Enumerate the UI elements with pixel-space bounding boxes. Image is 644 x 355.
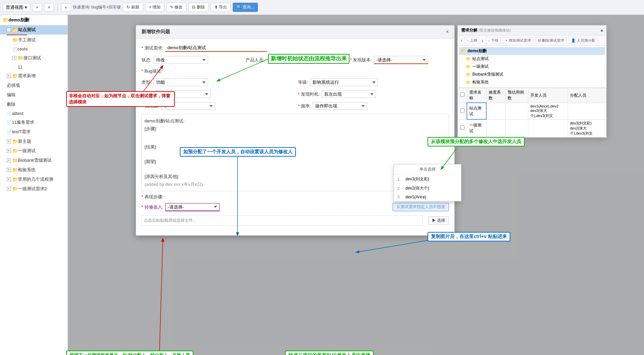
select-all-checkbox[interactable] bbox=[460, 93, 465, 97]
expand-icon[interactable]: + bbox=[7, 187, 11, 191]
delete-button[interactable]: ⊟ 删除 bbox=[188, 3, 208, 12]
edit-button[interactable]: ✎ 修改 bbox=[166, 3, 186, 12]
req-tree-item-demo[interactable]: 📁 demo别删 bbox=[459, 47, 605, 55]
dialog-close-button[interactable]: × bbox=[446, 29, 449, 35]
sidebar-item-common-flow[interactable]: + 📁 常用的几个流程测 bbox=[0, 175, 68, 184]
dev-item-name: dev3(刘文彩) bbox=[405, 176, 429, 182]
frequency-select[interactable]: 操作即出现 bbox=[313, 102, 367, 110]
annotation-select-dev: 从该模块预分配的多个修改人中选开发人员 bbox=[428, 137, 525, 146]
test-req-input[interactable] bbox=[165, 44, 267, 52]
move-up-button[interactable]: ↑ 上移 bbox=[465, 37, 480, 44]
sidebar-item-inspection[interactable]: + 📁 检验系统 bbox=[0, 165, 68, 175]
sidebar-item-level1-test[interactable]: + 📁 一级测试 bbox=[0, 146, 68, 156]
frequency-label: 频率: bbox=[298, 103, 311, 109]
expand-icon[interactable]: + bbox=[7, 139, 11, 143]
close-tab-button[interactable]: × bbox=[44, 3, 54, 12]
search-button[interactable]: 🔍 查询... bbox=[233, 3, 258, 12]
expand-icon[interactable]: + bbox=[12, 56, 16, 60]
dev-select-item-3[interactable]: 3 dev1(Arice) bbox=[394, 193, 461, 201]
expand-icon[interactable]: + bbox=[7, 149, 11, 153]
found-time-select[interactable]: 首次出现 bbox=[322, 90, 376, 98]
form-row-assign: * 转修改人: -请选择- 从测试需求指定人员中指派 bbox=[141, 203, 449, 211]
level-select[interactable]: 影响系统运行 bbox=[310, 78, 378, 86]
sidebar-item-biobank[interactable]: + 📁 Biobank雪烟测试 bbox=[0, 156, 68, 165]
move-down-button[interactable]: ↓ 下移 bbox=[486, 37, 501, 44]
dev-select-item-1[interactable]: 1 dev3(刘文彩) bbox=[394, 175, 461, 184]
test-req-field: * 测试需求: bbox=[141, 44, 449, 52]
req-row1-estimate bbox=[506, 103, 528, 119]
status-label: 状态: bbox=[141, 57, 152, 63]
dev-select-item-2[interactable]: 2 dev2(张大个) bbox=[394, 184, 461, 193]
main-layout: 📁 demo别删 - 📁 站点测试 📁 手工测试 📄 ceshi + 📁 接口测… bbox=[0, 15, 644, 355]
collapse-button[interactable]: « bbox=[61, 3, 71, 12]
assign-person-button[interactable]: 👤 人员预分配 bbox=[569, 37, 598, 44]
dev-item-num: 1 bbox=[397, 177, 403, 182]
folder-icon: 📁 bbox=[466, 72, 471, 77]
req-table-row-2[interactable]: 一级测试 dev3(刘文彩) dev2(张大个),dev3(刘文 bbox=[458, 119, 606, 137]
sidebar-item-new-theme[interactable]: + 📁 新主题 bbox=[0, 137, 68, 146]
type-select[interactable]: 功能 bbox=[154, 78, 208, 86]
export-button[interactable]: ⬆ 导出 bbox=[211, 3, 231, 12]
add-button[interactable]: + 增加 bbox=[145, 3, 164, 12]
req-panel-collapse[interactable]: « bbox=[601, 28, 603, 33]
frequency-field: 频率: 操作即出现 bbox=[298, 102, 449, 110]
add-tab-button[interactable]: + bbox=[32, 3, 42, 12]
expand-icon[interactable]: + bbox=[7, 168, 11, 172]
steps-content[interactable] bbox=[145, 133, 446, 143]
sidebar-item-level1-req2[interactable]: + 📁 一级测试需求2 bbox=[0, 184, 68, 194]
doc-icon: 📄 bbox=[7, 130, 12, 134]
sidebar-item-testt[interactable]: 📄 testT需求 bbox=[0, 127, 68, 137]
req-table-row-1[interactable]: 站点测试 dev1(Arice),dev2 dev2(张大个),dev3(刘文 bbox=[458, 103, 606, 119]
sidebar-item-interface-test[interactable]: + 📁 接口测试 bbox=[0, 53, 68, 63]
add-req-button[interactable]: + 增加测试需求 bbox=[503, 37, 533, 44]
req-tree-item-biobank[interactable]: 📁 Biobank雪烟测试 bbox=[459, 71, 605, 78]
status-select[interactable]: 待改 bbox=[154, 56, 208, 64]
req-row2-checkbox[interactable] bbox=[458, 119, 467, 137]
sidebar-item-required[interactable]: 必填项 bbox=[0, 81, 68, 90]
sidebar-item-11service[interactable]: 📄 11服务需求 bbox=[0, 118, 68, 127]
sidebar-item-manual-test[interactable]: 📁 手工测试 bbox=[0, 35, 68, 45]
sidebar-item-alitest[interactable]: 📄 alitest bbox=[0, 109, 68, 118]
req-col-checkbox bbox=[458, 88, 467, 103]
expand-icon[interactable]: + bbox=[7, 158, 11, 162]
expand-icon[interactable]: + bbox=[7, 74, 11, 78]
refresh-button[interactable]: ↻ 刷新 bbox=[123, 3, 143, 12]
sidebar-item-ceshi[interactable]: 📄 ceshi bbox=[0, 45, 68, 53]
sidebar-item-label: 删除 bbox=[7, 101, 16, 107]
req-row1-developer: dev1(Arice),dev2 dev2(张大个),dev3(刘文 bbox=[528, 103, 568, 119]
sidebar-item-label: 编辑 bbox=[7, 92, 16, 98]
sidebar-item-req-add[interactable]: + 📁 需求新增 bbox=[0, 71, 68, 81]
sidebar-item-edit[interactable]: 编辑 bbox=[0, 90, 68, 100]
req-row1-assignee bbox=[568, 103, 606, 119]
folder-icon: 📁 bbox=[12, 186, 18, 192]
req-tree-item-level1[interactable]: 📁 一级测试 bbox=[459, 63, 605, 71]
dev-item-name: dev2(张大个) bbox=[405, 185, 429, 191]
req-tree-item-inspection[interactable]: 📁 检验系统 bbox=[459, 78, 605, 86]
expand-icon[interactable]: + bbox=[7, 177, 11, 181]
attach-area[interactable]: 点击后粘贴截屏或选择文件... bbox=[141, 215, 423, 226]
req-tree-item-station[interactable]: 📁 站点测试 bbox=[459, 55, 605, 63]
form-row-test-req: * 测试需求: bbox=[141, 44, 449, 52]
type-field: 类型: 功能 bbox=[141, 78, 292, 86]
folder-icon: 📁 bbox=[12, 73, 18, 79]
req-row1-name[interactable]: 站点测试 bbox=[467, 103, 486, 119]
found-version-select[interactable]: -请选择- bbox=[374, 56, 428, 64]
annotation-pre-assign: 如预分配了一个开发人员，自动设置该人员为修改人 bbox=[180, 147, 296, 157]
req-col-difficulty: 难度系数 bbox=[486, 88, 505, 103]
delete-req-button[interactable]: ⊟ 删除测试需求 bbox=[535, 37, 567, 44]
expand-icon[interactable]: - bbox=[7, 28, 11, 32]
sidebar-item-label: ceshi bbox=[17, 46, 27, 52]
sidebar-root[interactable]: 📁 demo别删 bbox=[0, 15, 68, 25]
req-row2-name[interactable]: 一级测试 bbox=[467, 119, 486, 137]
req-tree: 📁 demo别删 📁 站点测试 📁 一级测试 📁 Biobank雪烟测试 📁 bbox=[458, 46, 606, 88]
assign-from-req-button[interactable]: 从测试需求指定人员中指派 bbox=[393, 203, 449, 211]
sidebar-item-11[interactable]: 11 bbox=[0, 63, 68, 71]
view-selector[interactable]: 普通视图 ▾ bbox=[3, 3, 30, 12]
assign-select[interactable]: -请选择- bbox=[165, 203, 220, 211]
sidebar-item-delete[interactable]: 删除 bbox=[0, 100, 68, 109]
sidebar-item-station-test[interactable]: - 📁 站点测试 bbox=[0, 25, 68, 35]
req-row1-checkbox[interactable] bbox=[458, 103, 467, 119]
toolbar: 普通视图 ▾ + × « 快速查询: bug编号+回车键 ↻ 刷新 + 增加 ✎… bbox=[0, 0, 644, 15]
sidebar-root-label: demo别删 bbox=[8, 17, 29, 23]
select-file-button[interactable]: ▶ 选择 bbox=[428, 216, 449, 225]
